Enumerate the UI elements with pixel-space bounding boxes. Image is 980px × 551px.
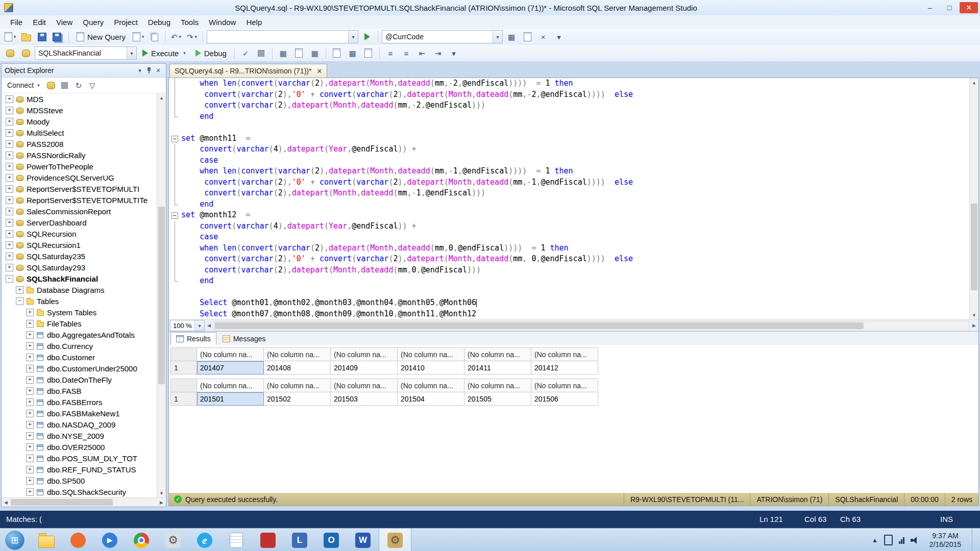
tree-item-sqlsaturday293[interactable]: +SQLSaturday293: [2, 262, 157, 273]
grid-cell[interactable]: 201503: [331, 392, 398, 406]
grid-column-header[interactable]: (No column na...: [331, 379, 398, 392]
show-desktop-button[interactable]: [972, 529, 977, 551]
parse-icon[interactable]: ✓: [238, 47, 253, 59]
tree-item-moody[interactable]: +Moody: [2, 116, 157, 127]
grid-column-header[interactable]: (No column na...: [531, 379, 598, 392]
code-line[interactable]: convert(varchar(4),datepart(Year,@endFis…: [169, 221, 970, 232]
code-line[interactable]: convert(varchar(2),'0' + convert(varchar…: [169, 89, 970, 101]
expand-icon[interactable]: +: [26, 443, 34, 451]
grid-cell[interactable]: 201411: [464, 361, 531, 374]
tree-item-sqlrecursion[interactable]: +SQLRecursion: [2, 228, 157, 239]
grid-cell[interactable]: 201407: [197, 361, 264, 374]
grid-cell[interactable]: 201408: [264, 361, 331, 374]
menu-tools[interactable]: Tools: [176, 16, 204, 28]
query-options-icon[interactable]: [292, 47, 306, 59]
scroll-right-icon[interactable]: ▶: [157, 498, 166, 507]
tree-item-dbo-ref-fund-status[interactable]: +dbo.REF_FUND_STATUS: [2, 464, 157, 475]
tree-item-dbo-aggregatesandtotals[interactable]: +dbo.AggregatesAndTotals: [2, 329, 157, 340]
tree-item-database-diagrams[interactable]: +Database Diagrams: [2, 284, 157, 295]
maximize-button[interactable]: □: [940, 2, 959, 13]
code-editor[interactable]: when len(convert(varchar(2),datepart(Mon…: [169, 78, 978, 319]
code-line[interactable]: convert(varchar(2),'0' + convert(varchar…: [169, 254, 970, 265]
disconnect-icon[interactable]: [45, 80, 57, 90]
code-line[interactable]: convert(varchar(2),datepart(Month,datead…: [169, 100, 970, 111]
tree-item-mds[interactable]: +MDS: [2, 93, 157, 105]
redo-icon[interactable]: ↷▾: [185, 31, 199, 43]
analysis-query-icon[interactable]: [147, 31, 161, 43]
taskbar-windows-media-player[interactable]: ▶: [94, 529, 126, 551]
expand-icon[interactable]: +: [26, 342, 34, 350]
results-to-grid-icon[interactable]: ▦: [346, 47, 360, 59]
tree-item-dbo-fasbmakenew1[interactable]: +dbo.FASBMakeNew1: [2, 408, 157, 419]
close-button[interactable]: ✕: [960, 2, 978, 13]
code-line[interactable]: end: [169, 111, 970, 122]
expand-icon[interactable]: +: [6, 118, 13, 126]
expand-icon[interactable]: +: [26, 376, 34, 384]
taskbar-word[interactable]: W: [347, 529, 379, 551]
grid-cell[interactable]: 201506: [531, 392, 598, 406]
new-connection-icon[interactable]: ▾: [3, 31, 17, 43]
code-line[interactable]: [169, 287, 970, 298]
grid-cell[interactable]: 201502: [264, 392, 331, 406]
outdent-icon[interactable]: ⇤: [415, 47, 429, 59]
tree-item-powertothepeople[interactable]: +PowerToThePeople: [2, 161, 157, 172]
expand-icon[interactable]: +: [26, 432, 34, 440]
expand-icon[interactable]: +: [6, 264, 13, 271]
code-line[interactable]: Select @month01,@month02,@month03,@month…: [169, 297, 970, 309]
toolbar2-overflow-icon[interactable]: ▾: [447, 47, 461, 59]
tree-item-multiselect[interactable]: +MultiSelect: [2, 127, 157, 138]
code-line[interactable]: end: [169, 199, 970, 210]
window-position-icon[interactable]: ▾: [135, 66, 144, 74]
tree-item-dbo-pos-sum-dly-tot[interactable]: +dbo.POS_SUM_DLY_TOT: [2, 453, 157, 464]
chevron-down-icon[interactable]: ▾: [493, 31, 502, 43]
expand-icon[interactable]: +: [6, 129, 13, 137]
code-line[interactable]: when len(convert(varchar(2),datepart(Mon…: [169, 78, 970, 89]
query-document-tab[interactable]: SQLQuery4.sql - R9...TRION\ssimon (71))*…: [169, 64, 327, 78]
hidden-icons-button[interactable]: ▲: [872, 537, 878, 544]
code-line[interactable]: convert(varchar(2),datepart(Month,datead…: [169, 188, 970, 199]
taskbar-clock[interactable]: 9:37 AM 2/16/2015: [925, 532, 966, 549]
grid-row-number[interactable]: 1: [171, 361, 197, 374]
network-tray-icon[interactable]: [899, 537, 904, 544]
results-to-file-icon[interactable]: [361, 47, 376, 59]
taskbar-outlook[interactable]: O: [315, 529, 347, 551]
menu-edit[interactable]: Edit: [28, 16, 51, 28]
properties-window-icon[interactable]: [520, 31, 534, 43]
close-panel-icon[interactable]: ✕: [154, 66, 163, 74]
intellisense-icon[interactable]: ▦: [308, 47, 322, 59]
grid-column-header[interactable]: (No column na...: [197, 348, 264, 361]
scrollbar-thumb[interactable]: [11, 499, 113, 506]
expand-icon[interactable]: +: [6, 241, 13, 249]
menu-project[interactable]: Project: [109, 16, 143, 28]
tree-item-reportserver-stevetopmulti[interactable]: +ReportServer$STEVETOPMULTI: [2, 183, 157, 194]
expand-icon[interactable]: +: [6, 208, 13, 215]
code-line[interactable]: convert(varchar(4),datepart(Year,@endFis…: [169, 144, 970, 155]
comment-icon[interactable]: ≡: [383, 47, 398, 59]
pin-icon[interactable]: [144, 66, 154, 74]
expand-icon[interactable]: +: [6, 163, 13, 170]
expand-icon[interactable]: +: [6, 253, 13, 260]
scrollbar-thumb[interactable]: [158, 207, 165, 384]
grid-cell[interactable]: 201409: [331, 361, 398, 374]
taskbar-media-app[interactable]: [252, 529, 284, 551]
stop-icon[interactable]: [59, 80, 70, 90]
expand-icon[interactable]: +: [6, 140, 13, 148]
object-explorer-vscrollbar[interactable]: ▲ ▼: [157, 93, 166, 497]
grid-row-number[interactable]: 1: [171, 392, 197, 406]
chevron-down-icon[interactable]: ▾: [127, 47, 136, 59]
tree-item-dbo-sqlshacksecurity[interactable]: +dbo.SQLShackSecurity: [2, 486, 157, 497]
expand-icon[interactable]: +: [26, 488, 34, 496]
tree-item-dbo-nyse-2009[interactable]: +dbo.NYSE_2009: [2, 430, 157, 441]
tree-item-dbo-currency[interactable]: +dbo.Currency: [2, 340, 157, 352]
run-selection-icon[interactable]: [360, 31, 374, 43]
chevron-down-icon[interactable]: ▾: [348, 31, 358, 43]
grid-column-header[interactable]: (No column na...: [531, 348, 598, 361]
taskbar-notepad[interactable]: [220, 529, 252, 551]
debug-button[interactable]: Debug: [191, 48, 231, 59]
save-icon[interactable]: [35, 31, 49, 43]
expand-icon[interactable]: +: [26, 410, 34, 417]
grid-corner-cell[interactable]: [171, 379, 197, 392]
grid-column-header[interactable]: (No column na...: [398, 348, 464, 361]
execute-button[interactable]: Execute▾: [138, 48, 190, 59]
minimize-button[interactable]: –: [921, 2, 939, 13]
